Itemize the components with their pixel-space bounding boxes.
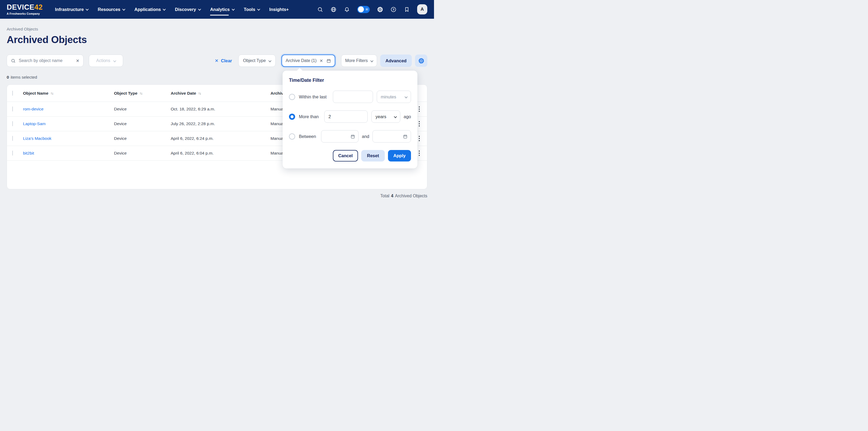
globe-icon[interactable] <box>331 6 337 12</box>
menu-infrastructure[interactable]: Infrastructure <box>55 0 88 19</box>
nav-utilities: ? A <box>317 4 427 14</box>
object-link[interactable]: bit2bit <box>23 151 114 156</box>
object-link[interactable]: Laptop-Sam <box>23 121 114 126</box>
bookmark-icon[interactable] <box>404 6 410 12</box>
top-nav: DEVICE42 A Freshworks Company Infrastruc… <box>0 0 434 19</box>
logo-wordmark: DEVICE42 <box>7 4 43 11</box>
archive-date-cell: April 6, 2022, 6:04 p.m. <box>171 151 271 156</box>
device42-logo[interactable]: DEVICE42 A Freshworks Company <box>7 4 43 15</box>
within-last-option: Within the last minutes <box>289 91 411 103</box>
reset-button[interactable]: Reset <box>361 150 385 162</box>
logo-number: 42 <box>34 4 43 11</box>
row-checkbox[interactable] <box>12 151 13 156</box>
advanced-button[interactable]: Advanced <box>380 55 412 67</box>
gear-icon <box>418 58 424 64</box>
chevron-down-icon <box>163 7 166 10</box>
calendar-icon[interactable] <box>350 134 355 139</box>
more-filters-button[interactable]: More Filters <box>341 55 377 67</box>
object-type-cell: Device <box>114 121 171 126</box>
breadcrumb: Archived Objects <box>7 27 427 32</box>
object-type-cell: Device <box>114 136 171 141</box>
object-type-cell: Device <box>114 107 171 111</box>
archive-date-filter-button[interactable]: Archive Date (1) ✕ <box>281 55 335 67</box>
chevron-down-icon <box>269 59 272 62</box>
chevron-down-icon <box>405 95 407 98</box>
total-count: Total 4 Archived Objects <box>7 194 427 198</box>
calendar-icon <box>326 58 331 63</box>
chevron-down-icon <box>86 7 89 10</box>
sort-icon: ↑↓ <box>51 91 53 95</box>
menu-insights-plus[interactable]: Insights+ <box>269 0 289 19</box>
chevron-down-icon <box>122 7 125 10</box>
chevron-down-icon <box>113 59 116 62</box>
actions-button[interactable]: Actions <box>89 55 123 67</box>
page-title: Archived Objects <box>7 34 427 45</box>
calendar-icon[interactable] <box>403 134 408 139</box>
more-than-value-input[interactable] <box>324 111 367 123</box>
object-link[interactable]: Liza's Macbook <box>23 136 114 141</box>
search-box: ✕ <box>7 55 84 67</box>
select-all-checkbox[interactable] <box>12 91 13 96</box>
menu-analytics[interactable]: Analytics <box>210 0 234 19</box>
chevron-down-icon <box>198 7 201 10</box>
sun-icon <box>365 7 369 11</box>
svg-text:?: ? <box>393 8 394 11</box>
archive-date-cell: April 6, 2022, 6:24 p.m. <box>171 136 271 141</box>
sort-icon: ↑↓ <box>140 91 142 95</box>
toolbar: ✕ Actions ✕ Clear Object Type Archive Da… <box>7 55 427 67</box>
clear-filters-button[interactable]: ✕ Clear <box>215 58 232 64</box>
between-end-field <box>372 130 411 142</box>
menu-tools[interactable]: Tools <box>244 0 259 19</box>
row-checkbox[interactable] <box>12 121 13 126</box>
archive-date-cell: Oct. 18, 2022, 6:29 a.m. <box>171 107 271 111</box>
search-icon[interactable] <box>317 6 323 12</box>
chevron-down-icon <box>371 59 374 62</box>
menu-discovery[interactable]: Discovery <box>175 0 200 19</box>
row-checkbox[interactable] <box>12 136 13 141</box>
between-option: Between and <box>289 130 411 142</box>
chevron-down-icon <box>232 7 235 10</box>
more-than-radio[interactable] <box>289 113 295 120</box>
toggle-knob <box>358 6 364 12</box>
more-than-option: More than years ago <box>289 110 411 123</box>
help-icon[interactable]: ? <box>391 6 397 12</box>
more-than-unit-select[interactable]: years <box>371 110 400 123</box>
logo-tagline: A Freshworks Company <box>7 12 43 15</box>
within-last-value-input[interactable] <box>333 91 373 103</box>
object-type-filter-button[interactable]: Object Type <box>239 55 276 67</box>
popup-title: Time/Date Filter <box>289 77 411 83</box>
column-header-object-type[interactable]: Object Type↑↓ <box>114 91 171 96</box>
chevron-down-icon <box>394 115 397 118</box>
theme-toggle[interactable] <box>357 6 370 13</box>
within-last-radio[interactable] <box>289 94 295 100</box>
time-date-filter-popup: Time/Date Filter Within the last minutes… <box>283 71 417 168</box>
clear-search-icon[interactable]: ✕ <box>76 58 80 63</box>
within-last-unit-select[interactable]: minutes <box>377 91 411 103</box>
remove-filter-icon[interactable]: ✕ <box>319 58 323 63</box>
selected-count: 0 <box>7 75 9 80</box>
column-header-object-name[interactable]: Object Name↑↓ <box>23 91 114 96</box>
user-avatar[interactable]: A <box>417 4 427 14</box>
popup-actions: Cancel Reset Apply <box>289 150 411 162</box>
object-link[interactable]: rom-device <box>23 107 114 111</box>
apply-button[interactable]: Apply <box>388 150 411 162</box>
between-radio[interactable] <box>289 133 295 139</box>
sort-icon: ↑↓ <box>198 91 201 95</box>
within-last-value-field <box>333 91 373 103</box>
chevron-down-icon <box>257 7 260 10</box>
main-menu: Infrastructure Resources Applications Di… <box>55 0 289 19</box>
bell-icon[interactable] <box>344 6 350 12</box>
close-icon: ✕ <box>215 58 218 64</box>
search-input[interactable] <box>19 58 73 63</box>
logo-brand: DEVICE <box>7 4 34 11</box>
search-icon <box>11 58 16 63</box>
object-type-cell: Device <box>114 151 171 156</box>
menu-resources[interactable]: Resources <box>98 0 125 19</box>
between-start-field <box>321 130 359 142</box>
menu-applications[interactable]: Applications <box>134 0 165 19</box>
table-settings-button[interactable] <box>415 55 427 67</box>
row-checkbox[interactable] <box>12 106 13 111</box>
cancel-button[interactable]: Cancel <box>333 150 358 162</box>
column-header-archive-date[interactable]: Archive Date↑↓ <box>171 91 271 96</box>
gear-icon[interactable] <box>377 6 383 12</box>
